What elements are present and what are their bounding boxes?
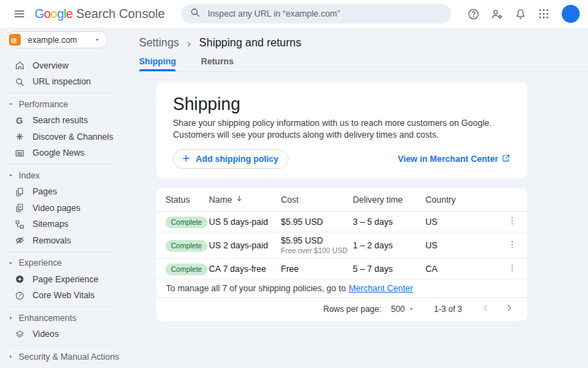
sidebar-item-pages[interactable]: Pages bbox=[0, 184, 122, 201]
breadcrumb-settings[interactable]: Settings bbox=[139, 37, 179, 49]
sidebar-item-label: Pages bbox=[33, 187, 57, 196]
column-header-status: Status bbox=[165, 195, 209, 205]
news-icon bbox=[14, 147, 25, 158]
chevron-right-icon: › bbox=[187, 37, 191, 49]
status-badge: Complete bbox=[165, 217, 208, 228]
property-icon bbox=[9, 34, 21, 46]
merchant-center-link[interactable]: Merchant Center bbox=[349, 284, 413, 293]
property-selector[interactable]: example.com bbox=[6, 31, 108, 48]
external-link-icon bbox=[502, 154, 511, 165]
user-settings-button[interactable] bbox=[487, 4, 506, 24]
sidebar-section-performance[interactable]: Performance bbox=[0, 96, 122, 113]
sidebar-item-video-pages[interactable]: Video pages bbox=[0, 200, 122, 217]
hamburger-menu-button[interactable] bbox=[10, 4, 29, 24]
sidebar-item-label: Videos bbox=[33, 329, 59, 339]
sidebar-item-label: Core Web Vitals bbox=[33, 291, 95, 300]
sidebar: example.com Overview URL inspection Perf… bbox=[0, 28, 122, 368]
sidebar-section-experience[interactable]: Experience bbox=[0, 255, 122, 272]
video-pages-icon bbox=[14, 203, 25, 214]
layers-icon bbox=[14, 329, 25, 340]
sidebar-item-discover[interactable]: Discover & Channels bbox=[0, 129, 122, 145]
rows-per-page-label: Rows per page: bbox=[323, 304, 381, 314]
tab-returns[interactable]: Returns bbox=[201, 54, 233, 71]
add-shipping-policy-label: Add shipping policy bbox=[196, 154, 278, 164]
policy-cost: Free bbox=[281, 264, 353, 274]
kebab-menu-icon bbox=[507, 263, 517, 275]
policy-country: US bbox=[425, 217, 502, 227]
apps-menu-button[interactable] bbox=[534, 4, 553, 24]
logo-letter: g bbox=[57, 7, 64, 21]
user-gear-icon bbox=[490, 8, 504, 21]
sidebar-section-label: Experience bbox=[19, 258, 62, 268]
sidebar-item-label: Google News bbox=[33, 148, 84, 158]
notifications-button[interactable] bbox=[511, 4, 530, 24]
chevron-left-icon bbox=[480, 302, 491, 315]
home-icon bbox=[14, 60, 25, 71]
sidebar-section-enhancements[interactable]: Enhancements bbox=[0, 310, 122, 326]
sidebar-section-index[interactable]: Index bbox=[0, 167, 122, 184]
chevron-down-icon bbox=[6, 100, 15, 109]
plus-icon bbox=[181, 154, 191, 165]
previous-page-button[interactable] bbox=[477, 301, 494, 318]
sidebar-divider bbox=[4, 164, 112, 165]
kebab-menu-icon bbox=[507, 239, 517, 252]
kebab-menu-icon bbox=[507, 216, 517, 228]
sort-descending-icon bbox=[235, 194, 244, 205]
footer-note-text: To manage all 7 of your shipping policie… bbox=[166, 284, 346, 293]
tab-bar: Shipping Returns bbox=[139, 54, 588, 72]
discover-icon bbox=[14, 131, 25, 142]
next-page-button[interactable] bbox=[501, 301, 517, 318]
row-menu-button[interactable] bbox=[502, 259, 522, 279]
logo-letter: o bbox=[44, 7, 51, 21]
sidebar-item-label: Sitemaps bbox=[33, 219, 68, 229]
sidebar-item-removals[interactable]: Removals bbox=[0, 232, 122, 249]
chevron-down-icon bbox=[408, 304, 414, 314]
sidebar-item-label: Removals bbox=[33, 236, 71, 246]
help-button[interactable] bbox=[463, 4, 483, 24]
sidebar-section-label: Performance bbox=[19, 100, 68, 109]
bell-icon bbox=[514, 8, 527, 21]
sidebar-item-url-inspection[interactable]: URL inspection bbox=[0, 74, 122, 91]
rows-per-page-select[interactable]: 500 bbox=[391, 304, 414, 314]
logo-letter: G bbox=[35, 7, 44, 21]
url-inspection-searchbar[interactable] bbox=[181, 4, 451, 24]
sidebar-item-overview[interactable]: Overview bbox=[0, 57, 122, 74]
row-menu-button[interactable] bbox=[502, 236, 522, 255]
chevron-right-icon bbox=[6, 352, 15, 362]
policy-cost-note: Free over $100 USD bbox=[281, 246, 353, 255]
sidebar-item-sitemaps[interactable]: Sitemaps bbox=[0, 217, 122, 233]
sidebar-item-core-web-vitals[interactable]: Core Web Vitals bbox=[0, 288, 122, 304]
sidebar-divider bbox=[4, 252, 112, 252]
view-in-merchant-center-link[interactable]: View in Merchant Center bbox=[398, 154, 511, 165]
property-label: example.com bbox=[28, 35, 77, 45]
sidebar-section-security[interactable]: Security & Manual Actions bbox=[0, 349, 122, 365]
policy-name: US 2 days-paid bbox=[209, 241, 281, 250]
add-shipping-policy-button[interactable]: Add shipping policy bbox=[173, 149, 288, 169]
chevron-down-icon bbox=[6, 258, 15, 268]
search-input[interactable] bbox=[208, 9, 443, 19]
column-header-country: Country bbox=[425, 195, 502, 205]
speedometer-icon bbox=[14, 290, 25, 301]
sitemaps-icon bbox=[14, 219, 25, 230]
column-header-name[interactable]: Name bbox=[209, 194, 281, 205]
sidebar-item-search-results[interactable]: G Search results bbox=[0, 113, 122, 129]
sidebar-item-label: URL inspection bbox=[33, 77, 91, 86]
sidebar-item-videos[interactable]: Videos bbox=[0, 326, 122, 343]
table-row: Complete CA 7 days-free Free 5 – 7 days … bbox=[156, 259, 527, 279]
hamburger-icon bbox=[13, 8, 26, 20]
sidebar-divider bbox=[4, 345, 112, 346]
sidebar-item-google-news[interactable]: Google News bbox=[0, 145, 122, 162]
column-header-cost: Cost bbox=[281, 195, 353, 205]
table-row: Complete US 5 days-paid $5.95 USD 3 – 5 … bbox=[156, 212, 527, 232]
avatar[interactable] bbox=[562, 5, 580, 23]
sidebar-item-page-experience[interactable]: Page Experience bbox=[0, 271, 122, 288]
chevron-right-icon bbox=[6, 313, 15, 323]
pagination-bar: Rows per page: 500 1-3 of 3 bbox=[156, 298, 527, 320]
policy-delivery-time: 5 – 7 days bbox=[353, 264, 425, 274]
chevron-down-icon bbox=[94, 37, 100, 43]
row-menu-button[interactable] bbox=[502, 212, 522, 232]
sidebar-section-label: Enhancements bbox=[19, 313, 76, 323]
policy-delivery-time: 1 – 2 days bbox=[353, 241, 425, 250]
column-header-delivery-time: Delivery time bbox=[353, 195, 425, 205]
tab-shipping[interactable]: Shipping bbox=[139, 54, 176, 71]
